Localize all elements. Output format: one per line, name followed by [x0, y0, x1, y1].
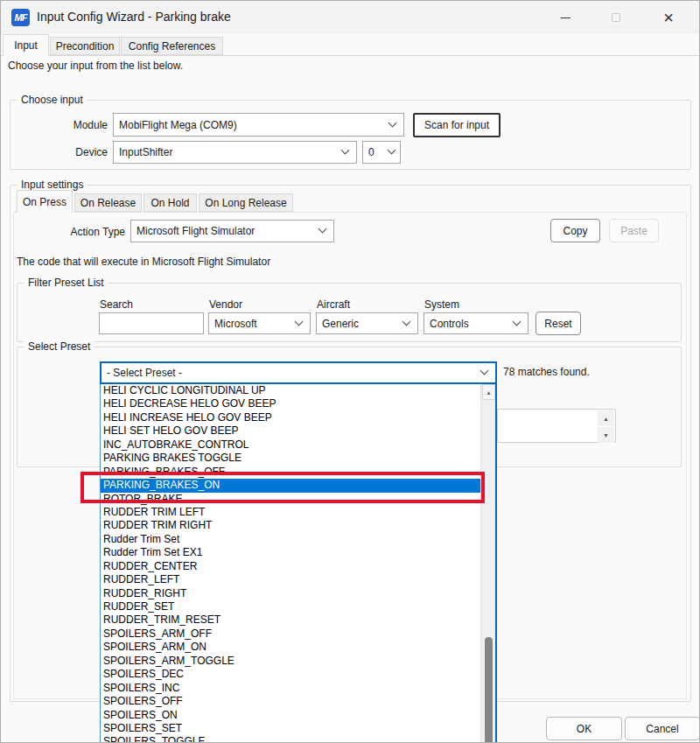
- ok-button[interactable]: OK: [546, 717, 622, 740]
- device-index-select[interactable]: 0: [362, 141, 401, 164]
- preset-list-item[interactable]: HELI DECREASE HELO GOV BEEP: [101, 397, 480, 410]
- aircraft-value: Generic: [317, 318, 359, 330]
- preset-select-value: - Select Preset -: [102, 367, 182, 379]
- device-index-value: 0: [363, 146, 374, 158]
- preset-list-item[interactable]: SPOILERS_ARM_ON: [101, 641, 480, 654]
- chevron-down-icon: [402, 317, 411, 326]
- preset-list-rows: HELI CYCLIC LONGITUDINAL UPHELI DECREASE…: [101, 384, 480, 743]
- preset-list-item[interactable]: SPOILERS_INC: [101, 682, 480, 695]
- tab-precondition[interactable]: Precondition: [50, 37, 120, 55]
- chevron-down-icon: [341, 146, 350, 155]
- aircraft-select[interactable]: Generic: [316, 312, 418, 334]
- input-settings-legend: Input settings: [18, 179, 87, 191]
- tab-on-release[interactable]: On Release: [74, 193, 142, 212]
- minimize-icon: [561, 18, 570, 18]
- chevron-down-icon: [318, 225, 327, 234]
- scroll-up-icon[interactable]: ▲: [482, 384, 495, 400]
- preset-list-item[interactable]: RUDDER_TRIM_RESET: [101, 613, 480, 627]
- mobiflight-logo-icon: MF: [11, 9, 30, 26]
- minimize-button[interactable]: [545, 1, 585, 34]
- preset-list-item[interactable]: Rudder Trim Set EX1: [101, 546, 480, 559]
- tab-input[interactable]: Input: [3, 34, 49, 56]
- preset-list-item[interactable]: HELI CYCLIC LONGITUDINAL UP: [101, 384, 480, 397]
- preset-list-item[interactable]: INC_AUTOBRAKE_CONTROL: [101, 438, 480, 452]
- vendor-value: Microsoft: [209, 318, 257, 330]
- preset-list-item[interactable]: SPOILERS_OFF: [101, 695, 480, 708]
- tab-on-hold[interactable]: On Hold: [144, 193, 197, 212]
- preset-list-item[interactable]: SPOILERS_ARM_TOGGLE: [101, 655, 480, 668]
- input-config-wizard-dialog: MF Input Config Wizard - Parking brake ×…: [0, 0, 700, 743]
- preset-list-item[interactable]: SPOILERS_ARM_OFF: [101, 627, 480, 641]
- scan-for-input-button[interactable]: Scan for input: [413, 113, 500, 137]
- preset-list-item[interactable]: RUDDER_RIGHT: [101, 587, 480, 600]
- search-input[interactable]: [99, 312, 204, 334]
- window-title: Input Config Wizard - Parking brake: [37, 10, 231, 24]
- action-description-text: The code that will execute in Microsoft …: [17, 256, 270, 268]
- scrollbar-thumb[interactable]: [485, 637, 493, 743]
- preset-list-item[interactable]: SPOILERS_SET: [101, 722, 480, 735]
- search-label: Search: [100, 298, 133, 311]
- tab-on-long-release[interactable]: On Long Release: [199, 193, 293, 212]
- action-type-label: Action Type: [53, 226, 125, 238]
- preset-list-item[interactable]: SPOILERS_DEC: [101, 668, 480, 681]
- device-select-value: InputShifter: [114, 146, 172, 158]
- system-value: Controls: [424, 318, 469, 330]
- preset-dropdown-list[interactable]: HELI CYCLIC LONGITUDINAL UPHELI DECREASE…: [100, 384, 497, 743]
- close-button[interactable]: ×: [648, 1, 689, 34]
- list-scrollbar[interactable]: ▲: [480, 384, 495, 743]
- filter-preset-legend: Filter Preset List: [24, 277, 108, 289]
- tab-on-press[interactable]: On Press: [17, 190, 73, 213]
- select-preset-legend: Select Preset: [24, 340, 94, 353]
- preset-list-item[interactable]: RUDDER_LEFT: [101, 573, 480, 586]
- title-bar: MF Input Config Wizard - Parking brake ×: [1, 1, 699, 34]
- preset-list-item[interactable]: SPOILERS_ON: [101, 709, 480, 722]
- vendor-label: Vendor: [209, 298, 242, 311]
- chevron-down-icon: [513, 317, 522, 326]
- action-type-select[interactable]: Microsoft Flight Simulator: [130, 220, 334, 242]
- chevron-down-icon: [480, 367, 489, 375]
- system-label: System: [424, 298, 459, 311]
- preset-list-item[interactable]: Rudder Trim Set: [101, 533, 480, 546]
- copy-button[interactable]: Copy: [550, 219, 600, 242]
- choose-input-legend: Choose input: [18, 94, 87, 106]
- preset-list-item[interactable]: RUDDER_CENTER: [101, 560, 480, 573]
- aircraft-label: Aircraft: [317, 298, 350, 311]
- device-select[interactable]: InputShifter: [113, 141, 357, 164]
- preset-select[interactable]: - Select Preset -: [100, 361, 497, 384]
- preset-list-item[interactable]: RUDDER TRIM LEFT: [101, 506, 480, 519]
- device-label: Device: [53, 146, 108, 158]
- spinner-down-icon[interactable]: ▼: [598, 427, 614, 443]
- spinner-up-icon[interactable]: ▲: [598, 410, 614, 426]
- preset-list-item[interactable]: RUDDER_SET: [101, 600, 480, 613]
- preset-list-item[interactable]: PARKING BRAKES TOGGLE: [101, 452, 480, 465]
- cancel-button[interactable]: Cancel: [625, 717, 700, 740]
- maximize-icon: [612, 13, 620, 22]
- reset-button[interactable]: Reset: [536, 312, 581, 335]
- tab-config-references[interactable]: Config References: [121, 37, 223, 55]
- system-select[interactable]: Controls: [424, 312, 528, 334]
- module-select-value: MobiFlight Mega (COM9): [114, 119, 237, 131]
- module-label: Module: [53, 119, 108, 131]
- close-icon: ×: [663, 9, 674, 26]
- preset-list-item[interactable]: RUDDER TRIM RIGHT: [101, 519, 480, 532]
- intro-text: Choose your input from the list below.: [8, 60, 183, 72]
- matches-found-text: 78 matches found.: [503, 366, 590, 378]
- action-type-value: Microsoft Flight Simulator: [131, 225, 255, 237]
- maximize-button: [596, 1, 636, 34]
- chevron-down-icon: [388, 146, 396, 155]
- chevron-down-icon: [295, 317, 304, 326]
- annotation-rectangle: [80, 472, 485, 503]
- preset-list-item[interactable]: HELI INCREASE HELO GOV BEEP: [101, 411, 480, 424]
- paste-button: Paste: [609, 219, 659, 242]
- preset-list-item[interactable]: HELI SET HELO GOV BEEP: [101, 424, 480, 438]
- chevron-down-icon: [388, 118, 397, 127]
- vendor-select[interactable]: Microsoft: [208, 312, 311, 334]
- main-tabstrip: Input Precondition Config References: [1, 34, 699, 55]
- preset-list-item[interactable]: SPOILERS_TOGGLE: [101, 735, 480, 743]
- module-select[interactable]: MobiFlight Mega (COM9): [113, 113, 404, 137]
- preset-value-spinner[interactable]: ▲ ▼: [497, 409, 616, 443]
